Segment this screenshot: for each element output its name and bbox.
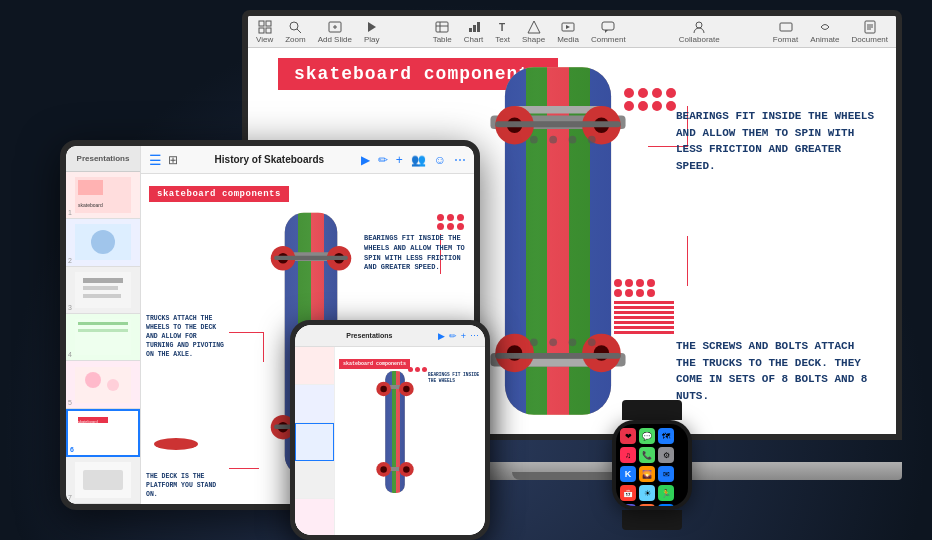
ipad-draw-icon[interactable]: ✏: [378, 153, 388, 167]
svg-point-93: [403, 386, 410, 393]
svg-rect-63: [78, 329, 128, 332]
svg-rect-14: [473, 25, 476, 32]
ipad-add-icon[interactable]: +: [396, 153, 403, 167]
iphone-skateboard-svg: [355, 367, 435, 497]
ipad-emoji-icon[interactable]: ☺: [434, 153, 446, 167]
watch-app-mail[interactable]: ✉: [658, 466, 674, 482]
svg-point-47: [588, 136, 596, 144]
toolbar-text[interactable]: T Text: [495, 20, 510, 44]
toolbar-animate[interactable]: Animate: [810, 20, 839, 44]
toolbar-add-slide[interactable]: Add Slide: [318, 20, 352, 44]
toolbar-table[interactable]: Table: [433, 20, 452, 44]
watch-app-weather[interactable]: ☀: [639, 485, 655, 501]
svg-marker-9: [368, 22, 376, 32]
svg-point-97: [380, 466, 387, 473]
ipad-deck-line: [229, 468, 259, 469]
ipad-thumb-7[interactable]: 7: [66, 457, 140, 504]
iphone-play-btn[interactable]: ▶: [438, 331, 445, 341]
iphone-dots: [408, 367, 427, 372]
toolbar-document[interactable]: Document: [852, 20, 888, 44]
svg-point-86: [154, 438, 198, 450]
ipad-mini-deck: [151, 434, 201, 454]
screws-icon: [614, 279, 674, 334]
watch-body: ❤ 💬 🗺 ♫ 📞 ⚙ K 🌄 ✉ 📅 ☀ 🏃 📝 🕐 💳: [612, 420, 692, 510]
svg-point-44: [530, 136, 538, 144]
svg-rect-10: [436, 22, 448, 32]
ipad-more-icon[interactable]: ⋯: [454, 153, 466, 167]
ipad-topbar: ☰ ⊞ History of Skateboards ▶ ✏ + 👥 ☺ ⋯: [141, 146, 474, 174]
svg-point-22: [696, 22, 702, 28]
svg-point-50: [569, 338, 577, 346]
ipad-thumb-6-active[interactable]: skateboard 6: [66, 409, 140, 457]
iphone-thumb-5[interactable]: [295, 499, 334, 535]
svg-point-49: [549, 338, 557, 346]
toolbar-collaborate[interactable]: Collaborate: [679, 20, 720, 44]
iphone-thumb-4[interactable]: [295, 461, 334, 499]
toolbar-zoom[interactable]: Zoom: [285, 20, 305, 44]
svg-line-5: [297, 29, 301, 33]
svg-rect-60: [83, 294, 121, 298]
svg-rect-1: [266, 21, 271, 26]
ipad-trucks-text: TRUCKS ATTACH THE WHEELS TO THE DECK AND…: [146, 314, 226, 359]
ipad-deck-text: THE DECK IS THE PLATFORM YOU STAND ON.: [146, 472, 226, 499]
iphone-thumb-1[interactable]: [295, 347, 334, 385]
ipad-grid-icon[interactable]: ⊞: [168, 153, 178, 167]
ipad-nav-icon[interactable]: ☰: [149, 152, 162, 168]
svg-point-65: [85, 372, 101, 388]
watch-app-keynote[interactable]: K: [620, 466, 636, 482]
watch-app-calendar[interactable]: 📅: [620, 485, 636, 501]
svg-rect-59: [83, 286, 118, 290]
watch-app-clock[interactable]: 🕐: [639, 504, 655, 506]
svg-marker-17: [528, 21, 540, 33]
svg-rect-2: [259, 28, 264, 33]
ipad-thumb-3[interactable]: 3: [66, 267, 140, 314]
iphone-thumb-2[interactable]: [295, 385, 334, 423]
iphone-add-icon[interactable]: +: [461, 331, 466, 341]
svg-point-92: [380, 386, 387, 393]
ipad-doc-title: History of Skateboards: [215, 154, 324, 165]
ipad-thumb-2[interactable]: 2: [66, 219, 140, 266]
ipad-sidebar-header: Presentations: [66, 146, 140, 172]
watch-app-settings[interactable]: ⚙: [658, 447, 674, 463]
toolbar-view[interactable]: View: [256, 20, 273, 44]
ipad-slide-title: skateboard components: [149, 186, 289, 202]
toolbar-shape[interactable]: Shape: [522, 20, 545, 44]
ipad-thumb-1[interactable]: skateboard 1: [66, 172, 140, 219]
iphone-slide-area: skateboard components: [335, 347, 485, 535]
watch-app-photos[interactable]: 🌄: [639, 466, 655, 482]
svg-rect-0: [259, 21, 264, 26]
toolbar-format[interactable]: Format: [773, 20, 798, 44]
toolbar-comment[interactable]: Comment: [591, 20, 626, 44]
toolbar-play[interactable]: Play: [364, 20, 380, 44]
iphone-topbar: Presentations ▶ ✏ + ⋯: [295, 325, 485, 347]
svg-point-66: [107, 379, 119, 391]
ipad-thumb-5[interactable]: 5: [66, 361, 140, 408]
watch-app-messages[interactable]: 💬: [639, 428, 655, 444]
svg-point-56: [91, 230, 115, 254]
watch-app-reminders[interactable]: 📝: [620, 504, 636, 506]
iphone-more-icon[interactable]: ⋯: [470, 331, 479, 341]
toolbar-media[interactable]: Media: [557, 20, 579, 44]
screws-line: [687, 236, 688, 286]
ipad-collaborate-icon[interactable]: 👥: [411, 153, 426, 167]
watch-app-maps[interactable]: 🗺: [658, 428, 674, 444]
watch-app-phone[interactable]: 📞: [639, 447, 655, 463]
svg-rect-13: [469, 28, 472, 32]
ipad-thumb-4[interactable]: 4: [66, 314, 140, 361]
svg-point-51: [588, 338, 596, 346]
watch-screen: ❤ 💬 🗺 ♫ 📞 ⚙ K 🌄 ✉ 📅 ☀ 🏃 📝 🕐 💳: [616, 424, 688, 506]
toolbar-chart[interactable]: Chart: [464, 20, 484, 44]
watch-band-bottom: [622, 510, 682, 530]
watch-app-activity[interactable]: ❤: [620, 428, 636, 444]
iphone-thumb-3-active[interactable]: [295, 423, 334, 461]
watch-app-fitness[interactable]: 🏃: [658, 485, 674, 501]
ipad-play-btn[interactable]: ▶: [361, 153, 370, 167]
iphone-pencil-icon[interactable]: ✏: [449, 331, 457, 341]
watch-app-wallet[interactable]: 💳: [658, 504, 674, 506]
watch-app-music[interactable]: ♫: [620, 447, 636, 463]
iphone-topbar-icons: ▶ ✏ + ⋯: [438, 331, 479, 341]
svg-text:T: T: [499, 22, 505, 33]
svg-rect-3: [266, 28, 271, 33]
macbook-bearings-text: BEARINGS FIT INSIDE THE WHEELS AND ALLOW…: [676, 108, 876, 174]
svg-marker-19: [566, 25, 570, 29]
